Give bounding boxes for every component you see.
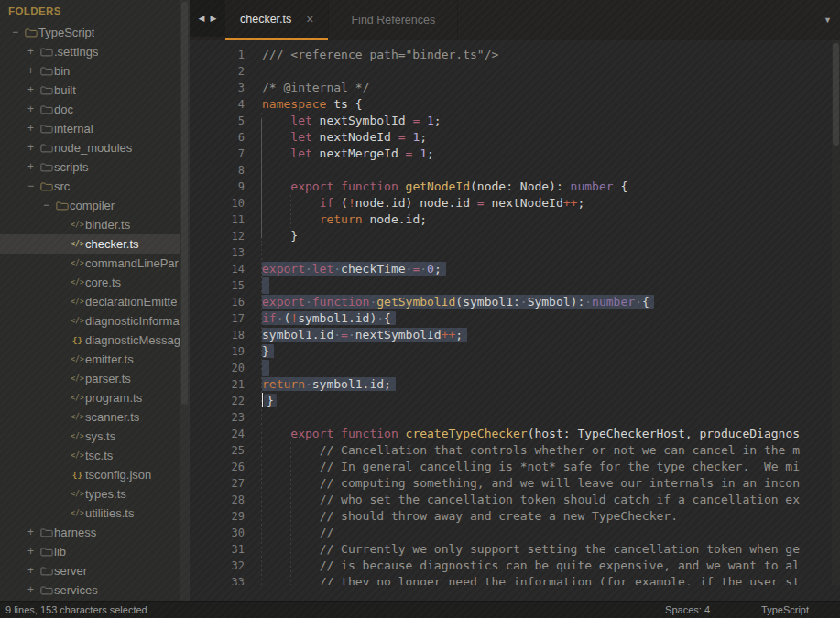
expand-icon[interactable]: +: [23, 119, 38, 138]
expand-icon[interactable]: +: [23, 138, 38, 157]
tree-item-parser-ts[interactable]: </>parser.ts: [0, 369, 190, 388]
code-line-9[interactable]: 9 export function getNodeId(node: Node):…: [190, 179, 840, 195]
expand-icon[interactable]: +: [23, 100, 38, 119]
line-number[interactable]: 12: [190, 228, 245, 244]
line-number[interactable]: 18: [190, 327, 245, 343]
line-number[interactable]: 33: [190, 574, 245, 585]
editor-scrollbar[interactable]: [832, 40, 840, 585]
line-number[interactable]: 29: [190, 508, 245, 525]
editor-scrollbar-thumb[interactable]: [833, 43, 839, 146]
tree-item-emitter-ts[interactable]: </>emitter.ts: [0, 350, 190, 369]
collapse-icon[interactable]: −: [7, 23, 23, 42]
tree-item-doc[interactable]: +doc: [0, 100, 190, 119]
code-line-2[interactable]: 2: [190, 63, 840, 80]
code-line-6[interactable]: 6 let nextNodeId = 1;: [190, 129, 840, 146]
tree-item--settings[interactable]: +.settings: [0, 42, 190, 61]
line-number[interactable]: 17: [190, 310, 245, 327]
line-number[interactable]: 28: [190, 492, 245, 508]
line-number[interactable]: 27: [190, 475, 245, 492]
syntax-setting[interactable]: TypeScript: [761, 604, 809, 615]
tree-item-sys-ts[interactable]: </>sys.ts: [0, 427, 190, 446]
code-line-13[interactable]: 13: [190, 244, 840, 261]
line-number[interactable]: 31: [190, 541, 245, 558]
tree-item-scanner-ts[interactable]: </>scanner.ts: [0, 407, 190, 427]
tree-item-tsc-ts[interactable]: </>tsc.ts: [0, 446, 190, 465]
expand-icon[interactable]: +: [23, 561, 38, 580]
tree-item-diagnosticmessag[interactable]: {}diagnosticMessag: [0, 331, 190, 350]
line-number[interactable]: 23: [190, 409, 245, 426]
tab-list-dropdown-icon[interactable]: ▼: [824, 16, 832, 25]
line-number[interactable]: 3: [190, 80, 245, 96]
code-line-4[interactable]: 4namespace ts {: [190, 96, 840, 113]
line-number[interactable]: 30: [190, 525, 245, 541]
code-line-20[interactable]: 20: [190, 360, 840, 376]
code-line-22[interactable]: 22}: [190, 393, 840, 409]
code-line-33[interactable]: 33 // they no longer need the informatio…: [190, 574, 840, 585]
tree-item-internal[interactable]: +internal: [0, 119, 190, 138]
expand-icon[interactable]: +: [23, 61, 38, 81]
line-number[interactable]: 7: [190, 146, 245, 162]
line-number[interactable]: 13: [190, 244, 245, 261]
code-line-7[interactable]: 7 let nextMergeId = 1;: [190, 146, 840, 162]
tree-item-typescript[interactable]: −TypeScript: [0, 23, 190, 42]
code-line-17[interactable]: 17if·(!symbol1.id)·{: [190, 310, 840, 327]
code-line-31[interactable]: 31 // Currently we only support setting …: [190, 541, 840, 558]
tab-scroll-left-icon[interactable]: ◀: [199, 14, 205, 23]
code-line-28[interactable]: 28 // who set the cancellation token sho…: [190, 492, 840, 508]
tab-find-references[interactable]: Find References: [328, 0, 458, 40]
line-number[interactable]: 5: [190, 113, 245, 129]
line-number[interactable]: 32: [190, 558, 245, 574]
tree-item-tsconfig-json[interactable]: {}tsconfig.json: [0, 465, 190, 484]
tree-item-src[interactable]: −src: [0, 177, 190, 196]
tree-item-lib[interactable]: +lib: [0, 542, 190, 561]
tree-item-core-ts[interactable]: </>core.ts: [0, 273, 190, 292]
code-line-8[interactable]: 8: [190, 162, 840, 179]
line-number[interactable]: 9: [190, 179, 245, 195]
line-number[interactable]: 15: [190, 277, 245, 294]
code-line-27[interactable]: 27 // computing something, and we will l…: [190, 475, 840, 492]
expand-icon[interactable]: +: [23, 542, 38, 561]
line-number[interactable]: 4: [190, 96, 245, 113]
line-number[interactable]: 24: [190, 426, 245, 442]
code-line-1[interactable]: 1/// <reference path="binder.ts"/>: [190, 47, 840, 63]
code-line-19[interactable]: 19}: [190, 343, 840, 360]
tab-checker-ts[interactable]: checker.ts ×: [225, 0, 328, 40]
line-number[interactable]: 26: [190, 459, 245, 475]
tree-item-commandlinepar[interactable]: </>commandLinePar: [0, 254, 190, 273]
tree-item-harness[interactable]: +harness: [0, 523, 190, 542]
code-line-23[interactable]: 23: [190, 409, 840, 426]
expand-icon[interactable]: +: [23, 81, 38, 100]
tree-item-program-ts[interactable]: </>program.ts: [0, 388, 190, 407]
tree-item-checker-ts[interactable]: </>checker.ts: [0, 234, 190, 254]
tree-item-types-ts[interactable]: </>types.ts: [0, 484, 190, 504]
code-line-3[interactable]: 3/* @internal */: [190, 80, 840, 96]
tree-item-bin[interactable]: +bin: [0, 61, 190, 81]
tree-item-services[interactable]: +services: [0, 580, 190, 600]
sidebar-scrollbar-thumb[interactable]: [181, 2, 188, 405]
tree-item-declarationemitte[interactable]: </>declarationEmitte: [0, 292, 190, 311]
code-line-30[interactable]: 30 //: [190, 525, 840, 541]
sidebar-scrollbar[interactable]: [180, 0, 190, 602]
collapse-icon[interactable]: −: [38, 196, 54, 215]
code-line-29[interactable]: 29 // should throw away and create a new…: [190, 508, 840, 525]
code-line-21[interactable]: 21return·symbol1.id;: [190, 376, 840, 393]
tree-item-diagnosticinforma[interactable]: </>diagnosticInforma: [0, 311, 190, 331]
tree-item-utilities-ts[interactable]: </>utilities.ts: [0, 504, 190, 523]
code-line-24[interactable]: 24 export function createTypeChecker(hos…: [190, 426, 840, 442]
code-line-16[interactable]: 16export·function·getSymbolId(symbol1:·S…: [190, 294, 840, 310]
tree-item-binder-ts[interactable]: </>binder.ts: [0, 215, 190, 234]
line-number[interactable]: 16: [190, 294, 245, 310]
code-line-26[interactable]: 26 // In general cancelling is *not* saf…: [190, 459, 840, 475]
line-number[interactable]: 20: [190, 360, 245, 376]
code-editor[interactable]: 1/// <reference path="binder.ts"/>23/* @…: [190, 40, 840, 585]
line-number[interactable]: 1: [190, 47, 245, 63]
expand-icon[interactable]: +: [23, 42, 38, 61]
code-line-32[interactable]: 32 // is because diagnostics can be quit…: [190, 558, 840, 574]
expand-icon[interactable]: +: [23, 523, 38, 542]
code-line-25[interactable]: 25 // Cancellation that controls whether…: [190, 442, 840, 459]
code-line-14[interactable]: 14export·let·checkTime·=·0;: [190, 261, 840, 277]
indentation-setting[interactable]: Spaces: 4: [665, 604, 710, 615]
tree-item-server[interactable]: +server: [0, 561, 190, 580]
line-number[interactable]: 14: [190, 261, 245, 277]
collapse-icon[interactable]: −: [23, 177, 38, 196]
